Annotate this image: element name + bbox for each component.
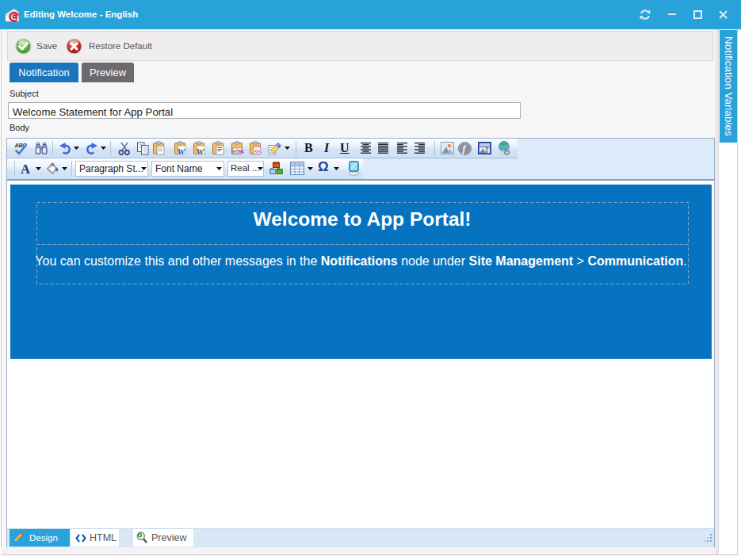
svg-text:W: W xyxy=(178,147,186,156)
svg-text:<>: <> xyxy=(254,149,261,154)
svg-text:W: W xyxy=(197,147,205,156)
svg-text:HTML: HTML xyxy=(233,149,244,154)
